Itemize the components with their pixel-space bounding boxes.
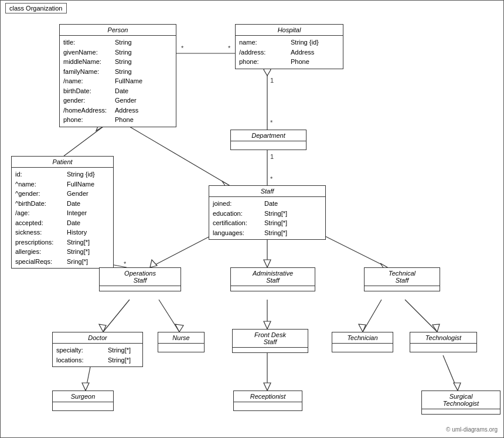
receptionist-class-attrs xyxy=(234,402,302,410)
front-desk-staff-class: Front DeskStaff xyxy=(232,329,308,353)
nurse-class-attrs xyxy=(158,344,204,352)
svg-line-31 xyxy=(405,300,437,332)
patient-class: Patient id:String {id} ^name:FullName ^g… xyxy=(11,156,114,269)
technician-class: Technician xyxy=(332,332,393,352)
svg-marker-26 xyxy=(175,324,183,332)
svg-marker-38 xyxy=(454,383,461,391)
administrative-staff-class: AdministrativeStaff xyxy=(230,267,315,291)
technical-staff-class-attrs xyxy=(365,286,440,291)
operations-staff-class-name: OperationsStaff xyxy=(100,268,181,286)
person-class-name: Person xyxy=(60,25,176,36)
diagram-container: class Organization * * 1 * 1 * * * xyxy=(0,0,504,438)
svg-text:*: * xyxy=(270,175,273,182)
svg-marker-36 xyxy=(264,383,271,391)
watermark: © uml-diagrams.org xyxy=(446,426,498,433)
surgical-technologist-class-attrs xyxy=(422,409,500,414)
svg-marker-28 xyxy=(264,321,271,329)
svg-text:*: * xyxy=(270,119,273,126)
hospital-class-name: Hospital xyxy=(236,25,343,36)
svg-marker-20 xyxy=(264,260,271,267)
person-class-attrs: title:String givenName:String middleName… xyxy=(60,36,176,127)
svg-marker-34 xyxy=(82,383,89,391)
surgical-technologist-class-name: SurgicalTechnologist xyxy=(422,391,500,409)
technician-class-attrs xyxy=(332,344,393,352)
svg-line-25 xyxy=(159,300,179,332)
doctor-class-attrs: specialty:String[*] locations:String[*] xyxy=(53,344,142,366)
svg-line-12 xyxy=(130,127,229,185)
svg-line-37 xyxy=(443,355,458,391)
receptionist-class: Receptionist xyxy=(233,391,302,411)
doctor-class: Doctor specialty:String[*] locations:Str… xyxy=(52,332,143,367)
department-class-attrs xyxy=(231,141,306,150)
nurse-class-name: Nurse xyxy=(158,332,204,344)
technologist-class-name: Technologist xyxy=(410,332,476,344)
technologist-class: Technologist xyxy=(410,332,477,352)
surgical-technologist-class: SurgicalTechnologist xyxy=(421,391,500,415)
person-class: Person title:String givenName:String mid… xyxy=(59,24,176,127)
svg-text:1: 1 xyxy=(270,77,274,84)
doctor-class-name: Doctor xyxy=(53,332,142,344)
surgeon-class-name: Surgeon xyxy=(53,391,113,402)
svg-marker-30 xyxy=(359,324,366,332)
svg-marker-18 xyxy=(150,260,157,267)
svg-text:1: 1 xyxy=(270,153,274,160)
technologist-class-attrs xyxy=(410,344,476,352)
diagram-title: class Organization xyxy=(5,3,67,13)
svg-marker-24 xyxy=(99,324,106,332)
department-class: Department xyxy=(230,130,307,150)
surgeon-class: Surgeon xyxy=(52,391,114,411)
svg-line-29 xyxy=(363,300,382,332)
staff-class: Staff joined:Date education:String[*] ce… xyxy=(209,185,326,240)
administrative-staff-class-name: AdministrativeStaff xyxy=(231,268,315,286)
surgeon-class-attrs xyxy=(53,402,113,410)
svg-line-10 xyxy=(64,127,103,156)
patient-class-attrs: id:String {id} ^name:FullName ^gender:Ge… xyxy=(12,168,113,268)
receptionist-class-name: Receptionist xyxy=(234,391,302,402)
staff-class-attrs: joined:Date education:String[*] certific… xyxy=(209,197,325,239)
front-desk-staff-class-name: Front DeskStaff xyxy=(233,330,308,348)
svg-marker-32 xyxy=(433,324,440,332)
staff-class-name: Staff xyxy=(209,186,325,197)
patient-class-name: Patient xyxy=(12,157,113,168)
front-desk-staff-class-attrs xyxy=(233,348,308,352)
technical-staff-class: TechnicalStaff xyxy=(364,267,440,291)
svg-text:*: * xyxy=(228,45,231,52)
nurse-class: Nurse xyxy=(158,332,205,352)
operations-staff-class-attrs xyxy=(100,286,181,291)
hospital-class: Hospital name:String {id} /address:Addre… xyxy=(235,24,343,69)
technical-staff-class-name: TechnicalStaff xyxy=(365,268,440,286)
administrative-staff-class-attrs xyxy=(231,286,315,291)
svg-text:*: * xyxy=(181,45,184,52)
technician-class-name: Technician xyxy=(332,332,393,344)
svg-text:*: * xyxy=(124,260,127,267)
department-class-name: Department xyxy=(231,130,306,141)
svg-line-23 xyxy=(103,300,130,332)
hospital-class-attrs: name:String {id} /address:Address phone:… xyxy=(236,36,343,69)
operations-staff-class: OperationsStaff xyxy=(99,267,181,291)
